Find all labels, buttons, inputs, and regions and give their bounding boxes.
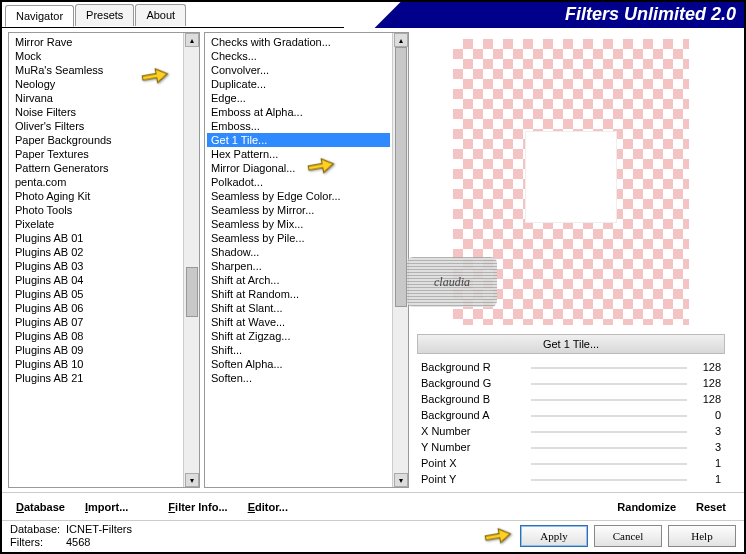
param-value: 3 [687,425,721,439]
list-item[interactable]: Seamless by Mix... [207,217,390,231]
list-item[interactable]: penta.com [11,175,181,189]
param-slider[interactable] [531,409,687,423]
help-button[interactable]: Help [668,525,736,547]
app-title: Filters Unlimited 2.0 [565,4,736,25]
watermark: claudia [407,257,497,307]
list-item[interactable]: Photo Aging Kit [11,189,181,203]
list-item[interactable]: Mock [11,49,181,63]
list-item[interactable]: Shift at Arch... [207,273,390,287]
list-item[interactable]: Edge... [207,91,390,105]
scroll-thumb[interactable] [186,267,198,317]
pointer-icon [482,522,513,549]
list-item[interactable]: Mirror Rave [11,35,181,49]
list-item[interactable]: Plugins AB 08 [11,329,181,343]
list-item[interactable]: Seamless by Edge Color... [207,189,390,203]
list-item[interactable]: Plugins AB 07 [11,315,181,329]
param-value: 1 [687,473,721,484]
list-item[interactable]: Sharpen... [207,259,390,273]
param-slider[interactable] [531,377,687,391]
list-item[interactable]: Noise Filters [11,105,181,119]
list-item[interactable]: Duplicate... [207,77,390,91]
list-item[interactable]: Checks with Gradation... [207,35,390,49]
tab-navigator[interactable]: Navigator [5,5,74,27]
param-slider[interactable] [531,425,687,439]
scrollbar[interactable]: ▴ ▾ [392,33,408,487]
list-item[interactable]: Oliver's Filters [11,119,181,133]
list-item[interactable]: Plugins AB 04 [11,273,181,287]
list-item[interactable]: Shift at Slant... [207,301,390,315]
list-item[interactable]: Hex Pattern... [207,147,390,161]
preview-area: claudia [413,32,729,332]
list-item[interactable]: Plugins AB 01 [11,231,181,245]
filter-info-button[interactable]: Filter Info... [160,499,235,515]
scrollbar[interactable]: ▴ ▾ [183,33,199,487]
list-item[interactable]: Plugins AB 21 [11,371,181,385]
param-label: Background R [421,361,531,375]
list-item[interactable]: Plugins AB 03 [11,259,181,273]
list-item[interactable]: Plugins AB 02 [11,245,181,259]
list-item[interactable]: Pattern Generators [11,161,181,175]
scroll-down-icon[interactable]: ▾ [394,473,408,487]
list-item[interactable]: Pixelate [11,217,181,231]
scroll-up-icon[interactable]: ▴ [185,33,199,47]
preview-tile [525,131,617,223]
list-item[interactable]: Shift... [207,343,390,357]
parameter-panel: Background R128Background G128Background… [417,360,725,484]
param-value: 1 [687,457,721,471]
list-item[interactable]: Seamless by Pile... [207,231,390,245]
list-item[interactable]: Shift at Wave... [207,315,390,329]
category-list[interactable]: Mirror RaveMockMuRa's SeamlessNeologyNir… [9,33,183,487]
param-slider[interactable] [531,457,687,471]
tab-strip: Navigator Presets About [5,4,187,26]
scroll-thumb[interactable] [395,47,407,307]
list-item[interactable]: Soften Alpha... [207,357,390,371]
list-item[interactable]: Shift at Random... [207,287,390,301]
list-item[interactable]: Plugins AB 05 [11,287,181,301]
list-item[interactable]: Plugins AB 06 [11,301,181,315]
param-label: Background A [421,409,531,423]
list-item[interactable]: Plugins AB 09 [11,343,181,357]
list-item[interactable]: Checks... [207,49,390,63]
scroll-up-icon[interactable]: ▴ [394,33,408,47]
preview-checkerboard: claudia [453,39,689,325]
editor-button[interactable]: Editor... [240,499,296,515]
filter-list[interactable]: Checks with Gradation...Checks...Convolv… [205,33,392,487]
param-label: Point X [421,457,531,471]
list-item[interactable]: Seamless by Mirror... [207,203,390,217]
randomize-button[interactable]: Randomize [609,499,684,515]
list-item[interactable]: Photo Tools [11,203,181,217]
list-item[interactable]: Paper Backgrounds [11,133,181,147]
list-item[interactable]: MuRa's Seamless [11,63,181,77]
scroll-down-icon[interactable]: ▾ [185,473,199,487]
param-value: 128 [687,393,721,407]
param-slider[interactable] [531,361,687,375]
param-label: X Number [421,425,531,439]
list-item[interactable]: Soften... [207,371,390,385]
list-item[interactable]: Neology [11,77,181,91]
list-item[interactable]: Mirror Diagonal... [207,161,390,175]
param-label: Background G [421,377,531,391]
list-item[interactable]: Polkadot... [207,175,390,189]
tab-presets[interactable]: Presets [75,4,134,26]
list-item[interactable]: Plugins AB 10 [11,357,181,371]
apply-button[interactable]: Apply [520,525,588,547]
param-label: Background B [421,393,531,407]
status-text: Database:ICNET-Filters Filters:4568 [10,523,132,549]
cancel-button[interactable]: Cancel [594,525,662,547]
reset-button[interactable]: Reset [688,499,734,515]
list-item[interactable]: Nirvana [11,91,181,105]
list-item[interactable]: Get 1 Tile... [207,133,390,147]
import-button[interactable]: Import... [77,499,136,515]
tab-about[interactable]: About [135,4,186,26]
param-slider[interactable] [531,441,687,455]
list-item[interactable]: Emboss at Alpha... [207,105,390,119]
param-slider[interactable] [531,473,687,484]
list-item[interactable]: Convolver... [207,63,390,77]
list-item[interactable]: Shift at Zigzag... [207,329,390,343]
database-button[interactable]: Database [8,499,73,515]
param-value: 0 [687,409,721,423]
param-slider[interactable] [531,393,687,407]
list-item[interactable]: Shadow... [207,245,390,259]
list-item[interactable]: Emboss... [207,119,390,133]
list-item[interactable]: Paper Textures [11,147,181,161]
